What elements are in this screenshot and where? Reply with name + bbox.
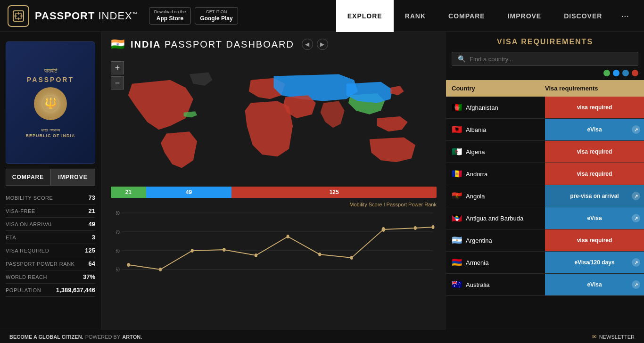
visa-requirement-cell[interactable]: pre-visa on arrival↗: [545, 185, 644, 207]
nav-explore[interactable]: EXPLORE: [336, 0, 394, 32]
appstore-button[interactable]: Download on the App Store: [149, 7, 191, 24]
right-panel: VISA REQUIREMENTS 🔍 Country Visa require…: [446, 32, 644, 343]
visa-requirements-title: VISA REQUIREMENTS: [446, 32, 644, 52]
nav-rank[interactable]: RANK: [394, 0, 437, 32]
top-navigation: PASSPORT INDEX™ Download on the App Stor…: [0, 0, 644, 32]
world-map[interactable]: [101, 57, 446, 187]
logo-icon: [8, 5, 29, 27]
main-content: पासपोर्ट PASSPORT 🔱 भारत गणराज्य REPUBLI…: [0, 32, 644, 343]
nav-arrows: ◀ ▶: [302, 39, 328, 50]
country-flag: 🇦🇬: [452, 213, 462, 223]
passport-hindi: पासपोर्ट: [44, 68, 57, 74]
nav-more-dots[interactable]: ···: [613, 10, 636, 21]
visa-country-cell: 🇦🇱Albania: [446, 121, 545, 139]
visa-country-cell: 🇩🇿Algeria: [446, 143, 545, 161]
svg-point-26: [414, 226, 417, 230]
visa-requirement-cell[interactable]: eVisa↗: [545, 119, 644, 140]
nav-discover[interactable]: DISCOVER: [553, 0, 613, 32]
score-bar-container: 21 49 125: [101, 187, 446, 201]
country-flag: 🇦🇩: [452, 169, 462, 179]
svg-point-18: [159, 268, 162, 271]
visa-country-cell: 🇦🇩Andorra: [446, 165, 545, 183]
stat-label: VISA ON ARRIVAL: [6, 221, 53, 227]
app-buttons: Download on the App Store GET IT ON Goog…: [149, 7, 238, 24]
legend-dot-darkblue[interactable]: [622, 70, 629, 76]
external-link-icon[interactable]: ↗: [632, 214, 640, 222]
external-link-icon[interactable]: ↗: [632, 280, 640, 289]
playstore-button[interactable]: GET IT ON Google Play: [195, 7, 238, 24]
logo-index: INDEX: [95, 10, 132, 22]
external-link-icon[interactable]: ↗: [632, 192, 640, 200]
action-buttons: COMPARE IMPROVE: [6, 169, 95, 186]
stat-label: WORLD REACH: [6, 274, 47, 280]
visa-requirement-cell[interactable]: visa required: [545, 163, 644, 185]
visa-row: 🇩🇿Algeriavisa required: [446, 141, 644, 163]
legend-dot-green[interactable]: [603, 70, 610, 76]
zoom-controls: + −: [111, 61, 124, 90]
col-visa: Visa requirements: [545, 85, 638, 92]
chart-container: 80 70 60 50: [101, 208, 446, 343]
logo-tm: ™: [132, 11, 138, 16]
bar-red: 125: [231, 187, 437, 198]
footer-left: BECOME A GLOBAL CITIZEN. POWERED BY ARTO…: [9, 334, 142, 340]
next-country-arrow[interactable]: ▶: [317, 39, 328, 50]
stat-row: PASSPORT POWER RANK64: [6, 257, 95, 270]
stat-label: VISA REQUIRED: [6, 248, 49, 253]
stat-row: POPULATION1,389,637,446: [6, 284, 95, 297]
visa-row: 🇦🇷Argentinavisa required: [446, 229, 644, 252]
line-chart: 80 70 60 50: [111, 208, 437, 284]
country-name: Andorra: [466, 171, 487, 178]
legend-dot-red[interactable]: [632, 70, 638, 76]
country-name: Algeria: [466, 148, 485, 155]
svg-point-22: [287, 235, 289, 238]
nav-compare[interactable]: COMPARE: [437, 0, 496, 32]
svg-text:70: 70: [116, 229, 119, 235]
stat-row: MOBILITY SCORE73: [6, 191, 95, 204]
svg-point-25: [382, 227, 386, 232]
visa-requirement-cell[interactable]: eVisa↗: [545, 274, 644, 295]
visa-requirement-cell[interactable]: visa required: [545, 229, 644, 251]
footer-powered: POWERED BY: [85, 334, 121, 340]
visa-requirement-cell[interactable]: visa required: [545, 141, 644, 163]
india-flag: 🇮🇳: [111, 38, 125, 51]
stat-row: ETA3: [6, 231, 95, 244]
mobility-score-label: Mobility Score I: [349, 202, 385, 207]
appstore-name: App Store: [157, 15, 183, 23]
legend-dots: [446, 70, 644, 80]
compare-button[interactable]: COMPARE: [6, 169, 50, 186]
stat-value: 37%: [83, 273, 95, 280]
external-link-icon[interactable]: ↗: [632, 125, 640, 134]
svg-point-23: [318, 253, 321, 256]
visa-requirement-cell[interactable]: visa required: [545, 97, 644, 118]
left-panel: पासपोर्ट PASSPORT 🔱 भारत गणराज्य REPUBLI…: [0, 32, 101, 343]
visa-country-cell: 🇦🇫Afghanistan: [446, 98, 545, 116]
dashboard-title-rest: PASSPORT DASHBOARD: [161, 39, 294, 49]
stat-value: 73: [89, 194, 95, 201]
country-flag: 🇦🇲: [452, 257, 462, 268]
country-name: Albania: [466, 126, 486, 133]
country-search-input[interactable]: [470, 56, 632, 63]
stat-value: 64: [89, 260, 95, 267]
stat-value: 1,389,637,446: [56, 286, 95, 294]
country-flag: 🇩🇿: [452, 147, 462, 157]
logo-text: PASSPORT INDEX™: [35, 10, 138, 22]
visa-requirement-cell[interactable]: eVisa/120 days↗: [545, 252, 644, 273]
stats-list: MOBILITY SCORE73VISA-FREE21VISA ON ARRIV…: [0, 191, 101, 297]
stat-row: VISA REQUIRED125: [6, 244, 95, 257]
zoom-in-button[interactable]: +: [111, 61, 124, 74]
svg-text:80: 80: [116, 211, 119, 216]
zoom-out-button[interactable]: −: [111, 76, 124, 90]
legend-dot-blue[interactable]: [613, 70, 619, 76]
visa-requirement-cell[interactable]: eVisa↗: [545, 207, 644, 229]
footer-arton: ARTON.: [122, 334, 142, 340]
svg-point-21: [255, 253, 257, 257]
svg-text:60: 60: [116, 248, 119, 253]
passport-book: पासपोर्ट PASSPORT 🔱 भारत गणराज्य REPUBLI…: [6, 41, 95, 164]
improve-button[interactable]: IMPROVE: [50, 169, 95, 186]
stat-value: 3: [92, 234, 95, 241]
external-link-icon[interactable]: ↗: [632, 258, 640, 267]
logo-passport: PASSPORT: [35, 10, 95, 22]
footer-newsletter[interactable]: NEWSLETTER: [599, 334, 635, 340]
prev-country-arrow[interactable]: ◀: [302, 39, 313, 50]
nav-improve[interactable]: IMPROVE: [496, 0, 553, 32]
